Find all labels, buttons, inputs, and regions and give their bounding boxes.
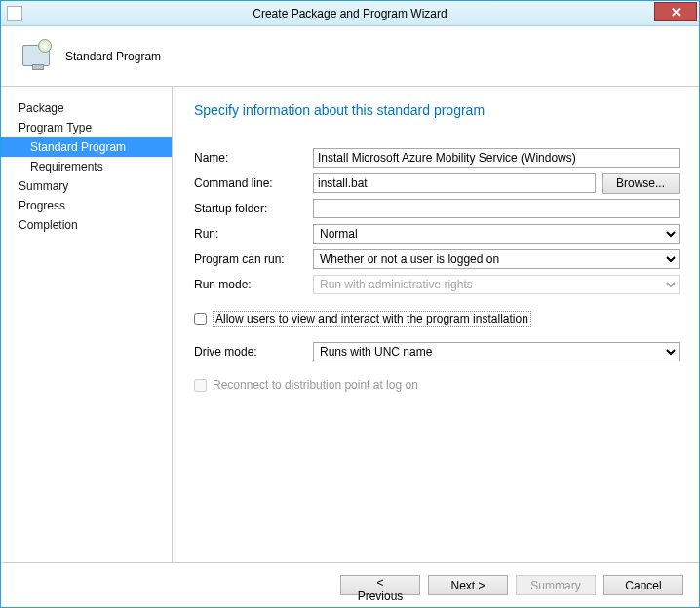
- label-drive-mode: Drive mode:: [194, 345, 313, 359]
- run-select[interactable]: Normal: [313, 224, 680, 244]
- browse-button[interactable]: Browse...: [602, 173, 680, 194]
- previous-button[interactable]: < Previous: [340, 575, 420, 595]
- close-button[interactable]: ✕: [654, 2, 697, 21]
- nav-item-summary[interactable]: Summary: [1, 176, 172, 196]
- cancel-button[interactable]: Cancel: [603, 575, 683, 595]
- allow-interact-checkbox[interactable]: [194, 313, 207, 325]
- wizard-footer: < Previous Next > Summary Cancel: [1, 562, 699, 607]
- package-icon: [19, 39, 54, 74]
- nav-item-program-type[interactable]: Program Type: [1, 118, 172, 137]
- run-mode-select: Run with administrative rights: [313, 275, 680, 294]
- nav-item-progress[interactable]: Progress: [1, 196, 172, 215]
- content-pane: Specify information about this standard …: [173, 87, 699, 562]
- nav-item-standard-program[interactable]: Standard Program: [1, 137, 172, 157]
- wizard-nav: Package Program Type Standard Program Re…: [1, 87, 173, 562]
- label-command-line: Command line:: [194, 176, 313, 190]
- label-program-can-run: Program can run:: [194, 252, 313, 266]
- name-input[interactable]: [313, 148, 680, 168]
- label-run: Run:: [194, 227, 313, 241]
- nav-item-package[interactable]: Package: [1, 98, 172, 118]
- nav-item-requirements[interactable]: Requirements: [1, 157, 172, 176]
- content-title: Specify information about this standard …: [194, 102, 680, 118]
- wizard-header: Standard Program: [1, 26, 699, 87]
- next-button[interactable]: Next >: [428, 575, 508, 595]
- window-title: Create Package and Program Wizard: [1, 7, 699, 20]
- program-can-run-select[interactable]: Whether or not a user is logged on: [313, 249, 680, 269]
- label-name: Name:: [194, 151, 313, 165]
- header-title: Standard Program: [65, 50, 161, 63]
- startup-folder-input[interactable]: [313, 199, 680, 218]
- command-line-input[interactable]: [313, 173, 596, 193]
- title-bar: Create Package and Program Wizard ✕: [1, 1, 699, 26]
- summary-button: Summary: [516, 575, 596, 595]
- label-reconnect: Reconnect to distribution point at log o…: [213, 378, 418, 392]
- label-startup-folder: Startup folder:: [194, 202, 313, 215]
- drive-mode-select[interactable]: Runs with UNC name: [313, 342, 680, 361]
- label-run-mode: Run mode:: [194, 278, 313, 291]
- label-allow-interact: Allow users to view and interact with th…: [213, 311, 531, 327]
- reconnect-checkbox: [194, 379, 207, 392]
- nav-item-completion[interactable]: Completion: [1, 215, 172, 235]
